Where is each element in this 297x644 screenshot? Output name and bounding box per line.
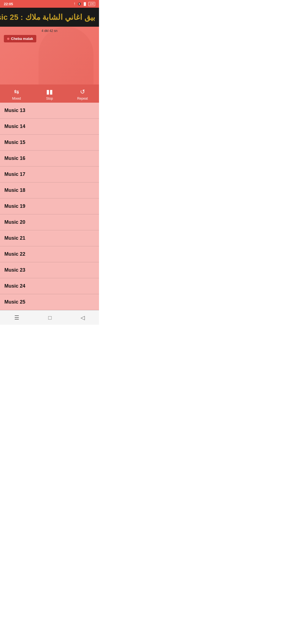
- music-item[interactable]: Music 16: [0, 151, 99, 167]
- music-item[interactable]: Music 22: [0, 246, 99, 262]
- shuffle-button[interactable]: ⇆ Mixed: [0, 84, 33, 103]
- controls-bar: ⇆ Mixed ▮▮ Stop ↺ Repeat: [0, 84, 99, 103]
- back-icon: ◁: [81, 315, 85, 321]
- music-list: Music 13Music 14Music 15Music 16Music 17…: [0, 103, 99, 310]
- player-duration: 4 dkl 42 sn: [42, 29, 57, 33]
- music-item[interactable]: Music 14: [0, 119, 99, 135]
- music-item[interactable]: Music 25: [0, 294, 99, 310]
- menu-icon: ☰: [14, 315, 19, 321]
- music-item[interactable]: Music 19: [0, 198, 99, 214]
- mute-icon: 🔇: [78, 2, 81, 6]
- dot-indicator: [7, 38, 9, 40]
- music-items-container: Music 13Music 14Music 15Music 16Music 17…: [0, 103, 99, 310]
- header-banner: بيق اغاني الشابة ملاك : Music 25: [0, 8, 99, 27]
- home-button[interactable]: □: [43, 313, 57, 322]
- repeat-icon: ↺: [80, 88, 85, 95]
- artist-name: Cheba malak: [11, 37, 33, 41]
- stop-label: Stop: [46, 97, 53, 100]
- header-title: بيق اغاني الشابة ملاك : Music 25: [4, 13, 95, 22]
- status-icons: ⭡ 🔇 ▐▌ 100: [73, 2, 95, 6]
- player-area: 4 dkl 42 sn Cheba malak: [0, 27, 99, 84]
- artist-label: Cheba malak: [4, 35, 36, 42]
- pause-icon: ▮▮: [46, 88, 53, 95]
- home-icon: □: [48, 315, 51, 321]
- menu-button[interactable]: ☰: [9, 313, 25, 322]
- signal-icon: ▐▌: [83, 2, 87, 6]
- status-bar: 22:05 ⭡ 🔇 ▐▌ 100: [0, 0, 99, 8]
- repeat-button[interactable]: ↺ Repeat: [66, 84, 99, 103]
- status-time: 22:05: [4, 2, 13, 6]
- music-item[interactable]: Music 17: [0, 167, 99, 182]
- shuffle-icon: ⇆: [14, 88, 19, 95]
- music-item[interactable]: Music 23: [0, 262, 99, 278]
- music-item[interactable]: Music 13: [0, 103, 99, 119]
- music-item[interactable]: Music 18: [0, 182, 99, 198]
- repeat-label: Repeat: [77, 97, 88, 100]
- battery-indicator: 100: [88, 2, 95, 6]
- bottom-nav: ☰ □ ◁: [0, 310, 99, 325]
- bluetooth-icon: ⭡: [73, 2, 76, 6]
- shuffle-label: Mixed: [12, 97, 21, 100]
- music-item[interactable]: Music 21: [0, 230, 99, 246]
- back-button[interactable]: ◁: [75, 313, 90, 322]
- music-item[interactable]: Music 20: [0, 214, 99, 230]
- stop-button[interactable]: ▮▮ Stop: [33, 84, 66, 103]
- music-item[interactable]: Music 15: [0, 135, 99, 151]
- music-item[interactable]: Music 24: [0, 278, 99, 294]
